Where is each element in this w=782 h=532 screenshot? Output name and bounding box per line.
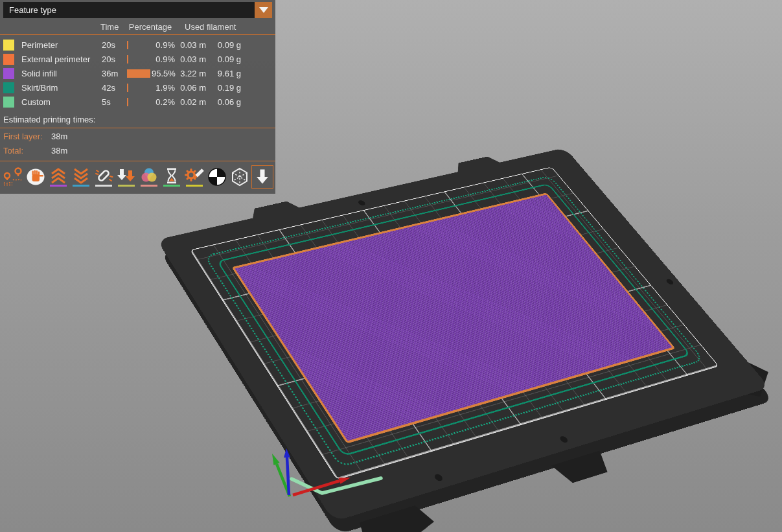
tool-changes-button[interactable] — [115, 165, 137, 189]
legend-toggle-icon — [253, 167, 272, 187]
legend-panel: Feature type Time Percentage Used filame… — [0, 0, 275, 194]
center-of-mass-button[interactable] — [206, 165, 228, 189]
color-swatch — [3, 82, 14, 93]
percentage-bar-cell — [127, 41, 152, 49]
feature-label: External perimeter — [21, 54, 102, 64]
table-row: External perimeter 20s 0.9% 0.03 m 0.09 … — [0, 52, 275, 66]
filament-mass: 0.09 g — [206, 54, 241, 64]
chevron-down-icon — [259, 7, 268, 13]
filament-length: 3.22 m — [175, 69, 206, 78]
seams-icon — [93, 166, 115, 188]
estimated-times-title: Estimated printing times: — [0, 111, 275, 128]
feature-time: 20s — [102, 54, 127, 64]
filament-mass: 0.19 g — [206, 83, 241, 93]
feature-percentage: 0.9% — [152, 40, 175, 50]
total-label: Total: — [3, 146, 51, 156]
column-header-time: Time — [100, 22, 125, 32]
column-header-percentage: Percentage — [125, 22, 176, 32]
feature-label: Skirt/Brim — [21, 83, 102, 93]
center-of-mass-icon — [206, 166, 228, 188]
bed-back-tab — [450, 155, 503, 174]
percentage-bar — [127, 69, 150, 78]
feature-percentage: 0.2% — [152, 97, 175, 107]
color-changes-icon — [138, 166, 160, 188]
color-swatch — [3, 97, 14, 108]
bed-screw-hole — [433, 473, 444, 481]
legend-toggle-button[interactable] — [251, 165, 273, 189]
percentage-bar — [127, 98, 128, 106]
solid-infill-print — [231, 192, 675, 443]
custom-gcodes-button[interactable] — [183, 165, 205, 189]
feature-percentage: 0.9% — [152, 54, 175, 64]
column-header-used-filament: Used filament — [185, 22, 236, 32]
filament-mass: 0.06 g — [206, 97, 241, 107]
percentage-bar — [127, 55, 128, 64]
bed-screw-hole — [558, 435, 569, 443]
seams-button[interactable] — [93, 165, 115, 189]
feature-label: Perimeter — [21, 40, 102, 50]
percentage-bar — [127, 41, 128, 49]
shells-icon — [229, 166, 251, 188]
color-swatch — [3, 68, 14, 79]
feature-type-rows: Perimeter 20s 0.9% 0.03 m 0.09 g Externa… — [0, 35, 275, 111]
filament-length: 0.06 m — [175, 83, 206, 93]
bed-back-tab — [246, 200, 303, 221]
filament-length: 0.02 m — [175, 97, 206, 107]
feature-label: Solid infill — [21, 69, 102, 78]
travels-button[interactable] — [2, 165, 24, 189]
bed-foot — [547, 449, 619, 487]
view-options-toolbar — [0, 161, 275, 194]
table-row: Solid infill 36m 95.5% 3.22 m 9.61 g — [0, 66, 275, 80]
filament-mass: 9.61 g — [206, 69, 241, 78]
pause-prints-icon — [161, 166, 183, 188]
filament-length: 0.03 m — [175, 54, 206, 64]
view-type-dropdown-button[interactable] — [255, 2, 272, 18]
travels-icon — [2, 166, 24, 188]
percentage-bar-cell — [127, 98, 152, 106]
table-row: Custom 5s 0.2% 0.02 m 0.06 g — [0, 95, 275, 109]
y-axis-arrow — [272, 454, 290, 496]
legend-column-headers: Time Percentage Used filament — [0, 19, 275, 35]
feature-percentage: 1.9% — [152, 83, 175, 93]
estimated-times-block: First layer: 38m Total: 38m — [0, 128, 275, 161]
color-changes-button[interactable] — [138, 165, 160, 189]
filament-mass: 0.09 g — [206, 40, 241, 50]
feature-percentage: 95.5% — [152, 69, 175, 78]
feature-time: 5s — [102, 97, 127, 107]
percentage-bar-cell — [127, 84, 152, 92]
total-value: 38m — [51, 146, 67, 156]
first-layer-value: 38m — [51, 132, 67, 141]
first-layer-label: First layer: — [3, 132, 51, 141]
bed-screw-hole — [357, 200, 366, 206]
shells-button[interactable] — [229, 165, 251, 189]
view-type-dropdown[interactable]: Feature type — [3, 2, 255, 18]
percentage-bar-cell — [127, 69, 152, 78]
retractions-button[interactable] — [47, 165, 69, 189]
view-type-value: Feature type — [9, 5, 56, 15]
color-swatch — [3, 54, 14, 65]
feature-time: 36m — [102, 69, 127, 78]
retractions-icon — [47, 166, 69, 188]
color-swatch — [3, 40, 14, 51]
tool-changes-icon — [115, 166, 137, 188]
custom-gcodes-icon — [183, 166, 205, 188]
pause-prints-button[interactable] — [161, 165, 183, 189]
table-row: Skirt/Brim 42s 1.9% 0.06 m 0.19 g — [0, 80, 275, 95]
bed-top-surface — [157, 148, 770, 522]
feature-time: 20s — [102, 40, 127, 50]
feature-time: 42s — [102, 83, 127, 93]
deretractions-button[interactable] — [70, 165, 92, 189]
percentage-bar-cell — [127, 55, 152, 64]
bed-screw-hole — [665, 279, 674, 285]
filament-length: 0.03 m — [175, 40, 206, 50]
percentage-bar — [127, 84, 128, 92]
wipe-icon — [25, 166, 47, 188]
table-row: Perimeter 20s 0.9% 0.03 m 0.09 g — [0, 38, 275, 52]
deretractions-icon — [70, 166, 92, 188]
wipe-button[interactable] — [25, 165, 47, 189]
feature-label: Custom — [21, 97, 102, 107]
